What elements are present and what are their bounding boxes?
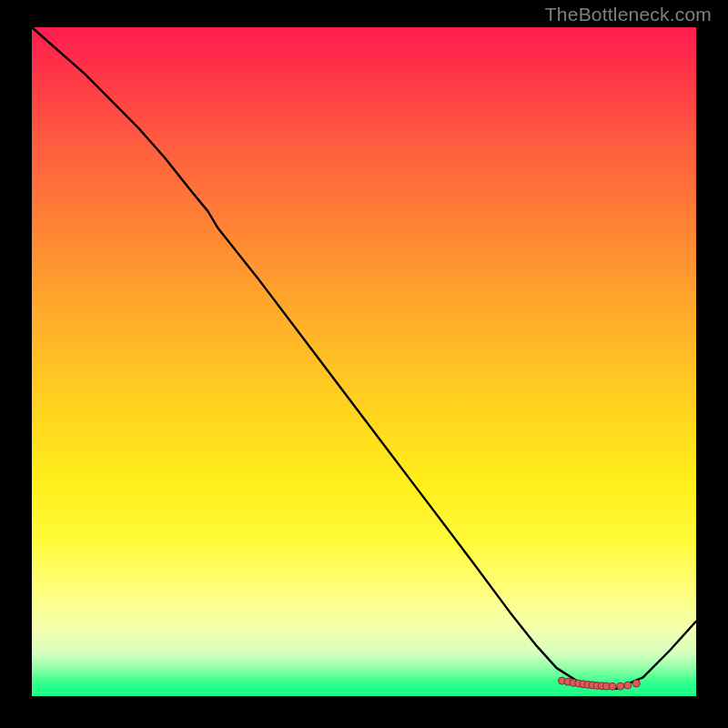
- marker-cluster: [559, 677, 641, 690]
- data-curve: [32, 27, 696, 689]
- plot-frame: [32, 27, 696, 696]
- chart-root: TheBottleneck.com: [0, 0, 728, 728]
- marker-dot: [632, 680, 640, 687]
- marker-dot: [624, 682, 632, 689]
- plot-svg-overlay: [32, 27, 696, 696]
- marker-dot: [617, 682, 624, 690]
- marker-dot: [609, 682, 616, 690]
- watermark-text: TheBottleneck.com: [545, 4, 712, 25]
